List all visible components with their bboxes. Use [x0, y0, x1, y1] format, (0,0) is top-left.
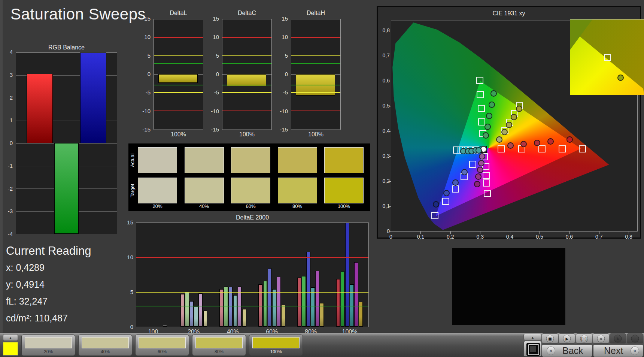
- stop-button[interactable]: ■: [542, 333, 558, 344]
- pattern-button-label: 80%: [192, 349, 246, 354]
- delta-gridline: [222, 19, 271, 19]
- cie-x-tick: [391, 232, 391, 234]
- cie-measured-point: [489, 102, 495, 108]
- delta-bar: [158, 74, 198, 83]
- play-button[interactable]: ▶: [559, 333, 575, 344]
- back-button-label: Back: [562, 345, 583, 356]
- cie-target-square: [538, 145, 546, 152]
- reference-line-yellow: [291, 55, 340, 56]
- rgb-y-tick-label: -4: [8, 231, 13, 237]
- cie-x-tick-label: 0,5: [533, 234, 546, 240]
- cie-target-square: [442, 198, 449, 205]
- swatch-column-label: 80%: [278, 203, 317, 209]
- deltae-bar: [203, 311, 207, 327]
- deltae-bar: [306, 252, 310, 327]
- cie-y-tick-label: 0,8: [379, 27, 390, 33]
- deltae-title: DeltaE 2000: [136, 214, 369, 221]
- next-button[interactable]: Next: [593, 344, 643, 357]
- cie-x-tick: [629, 232, 629, 234]
- cie-target-square: [476, 77, 483, 84]
- cie-1931-panel: CIE 1931 xy 0,80,70,60,50,40,30,20,1000,…: [377, 6, 641, 239]
- delta-y-tick-label: -5: [283, 89, 288, 96]
- target-swatch-100%: [324, 178, 364, 203]
- cie-measured-point: [433, 201, 439, 208]
- delta-y-tick-label: 10: [213, 34, 219, 40]
- cie-measured-point: [516, 106, 522, 112]
- cie-y-tick: [389, 106, 391, 106]
- rgb-balance-chart: RGB Balance 43210-1-2-3-4 100%: [4, 44, 118, 249]
- rgb-balance-title: RGB Balance: [16, 44, 117, 51]
- pattern-window-button[interactable]: [523, 341, 542, 357]
- deltae-bar: [354, 262, 358, 327]
- delta-y-tick-label: 10: [144, 34, 151, 40]
- delta-h-title: DeltaH: [291, 10, 341, 16]
- deltae-bar: [272, 289, 276, 327]
- delta-h-x-label: 100%: [291, 131, 341, 138]
- deltae-bar: [185, 292, 189, 327]
- deltae-y-axis: 151050: [129, 223, 135, 327]
- rgb-bar-green: [54, 143, 79, 234]
- rgb-y-tick-label: 1: [10, 117, 13, 123]
- deltae-bar: [228, 287, 233, 327]
- cie-x-tick-label: 0,7: [592, 234, 606, 240]
- delta-l-chart: DeltaL 151050-5-10-15 100%: [140, 10, 204, 141]
- target-swatch-60%: [231, 178, 270, 203]
- delta-y-tick-label: 5: [285, 52, 288, 59]
- target-swatch-40%: [185, 178, 224, 203]
- delta-y-tick-label: 0: [285, 71, 288, 77]
- reference-line-red: [136, 257, 368, 258]
- cie-x-tick: [480, 232, 480, 234]
- rgb-y-tick-label: -2: [8, 185, 13, 192]
- back-button[interactable]: Back: [542, 344, 592, 357]
- pattern-window-icon: [526, 343, 540, 356]
- pattern-button-60%[interactable]: 60%: [135, 335, 189, 356]
- loop-infinite-button[interactable]: ∞: [593, 333, 609, 344]
- refresh-icon: ↻: [614, 335, 622, 342]
- reading-y: y: 0,4914: [6, 279, 45, 290]
- pattern-window-button[interactable]: [··]: [576, 333, 592, 344]
- cie-target-square: [483, 172, 490, 179]
- pattern-button-40%[interactable]: 40%: [78, 335, 132, 356]
- deltae-bar: [315, 271, 319, 327]
- reference-line-green: [222, 63, 271, 64]
- generator-color-swatch[interactable]: [3, 342, 18, 356]
- reference-line-red: [291, 111, 340, 111]
- pattern-button-20%[interactable]: 20%: [21, 335, 75, 356]
- reference-line-red: [154, 37, 203, 38]
- delta-y-tick-label: 0: [148, 71, 151, 77]
- pattern-color-swatch: [139, 337, 186, 348]
- cie-measured-point: [501, 129, 508, 135]
- delta-c-title: DeltaC: [222, 10, 272, 16]
- rgb-balance-plot: [16, 52, 117, 234]
- cie-target-square: [477, 91, 484, 98]
- transport-collapse-button[interactable]: [523, 334, 542, 340]
- delta-l-x-label: 100%: [154, 131, 203, 138]
- swatch-column-label: 100%: [324, 203, 364, 209]
- pattern-button-80%[interactable]: 80%: [192, 335, 246, 356]
- deltae-bar: [233, 295, 237, 327]
- cie-y-tick: [389, 181, 391, 182]
- reference-line-green: [222, 85, 271, 85]
- cie-measured-point: [547, 138, 554, 145]
- deltae-y-tick-label: 5: [130, 289, 133, 295]
- deltae-bar: [238, 287, 242, 327]
- pattern-color-swatch: [252, 337, 300, 348]
- reference-line-yellow: [154, 92, 203, 93]
- pattern-button-label: 20%: [22, 349, 75, 354]
- cie-target-square: [469, 161, 476, 168]
- pattern-button-100%[interactable]: 100%: [249, 335, 303, 356]
- reference-line-red: [291, 37, 340, 38]
- rgb-y-tick-label: 3: [10, 72, 13, 78]
- pattern-list-collapse-button[interactable]: [3, 334, 18, 341]
- reference-line-red: [222, 37, 271, 38]
- cie-measured-point: [483, 132, 489, 139]
- stop-icon: ■: [546, 335, 554, 342]
- pattern-button-label: 60%: [136, 349, 189, 354]
- rgb-y-tick-label: 0: [10, 140, 13, 146]
- cie-measured-point: [478, 160, 484, 166]
- cie-target-square: [452, 185, 459, 193]
- reading-x: x: 0,4289: [6, 262, 45, 273]
- cie-y-tick-label: 0: [379, 228, 390, 234]
- rgb-bar-blue: [80, 52, 106, 143]
- reference-line-red: [222, 111, 271, 111]
